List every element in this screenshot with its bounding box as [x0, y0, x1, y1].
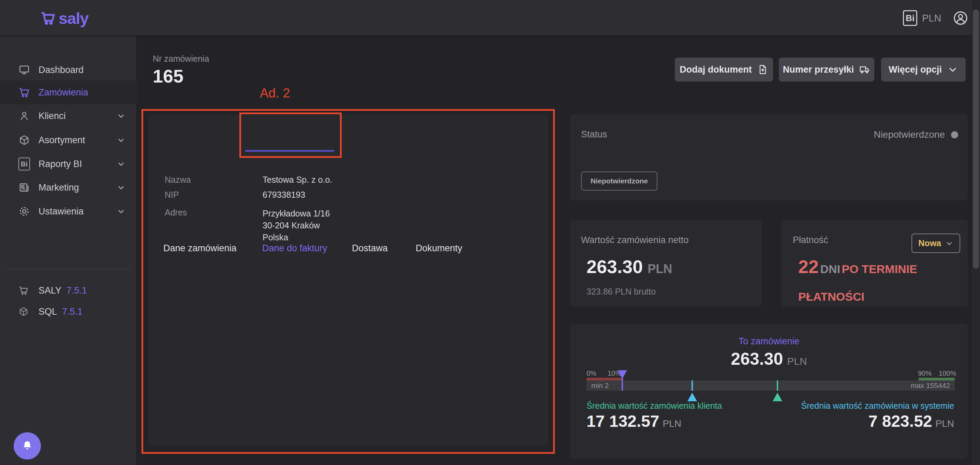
document-upload-icon — [757, 64, 768, 75]
high-zone-segment — [919, 378, 955, 381]
sidebar-item-zamowienia[interactable]: Zamówienia — [0, 81, 137, 104]
payment-overdue-text: 22 DNI PO TERMINIE PŁATNOŚCI — [798, 254, 959, 312]
client-average-marker-icon — [773, 393, 782, 401]
gauge-max-label: max 155442 — [910, 381, 950, 390]
sidebar-label: Marketing — [38, 183, 79, 193]
cart-icon — [40, 10, 56, 26]
invoice-name-label: Nazwa — [165, 175, 191, 185]
sidebar-item-asortyment[interactable]: Asortyment — [0, 128, 137, 152]
notifications-button[interactable] — [14, 432, 41, 460]
scale-100pct: 100% — [939, 370, 956, 378]
this-order-marker-line — [622, 378, 623, 391]
gear-icon — [18, 206, 30, 217]
monitor-icon — [18, 64, 30, 76]
cube-icon — [18, 134, 30, 146]
sidebar-divider — [6, 269, 131, 269]
chevron-down-icon — [117, 207, 126, 216]
sidebar-label: Raporty BI — [38, 159, 82, 170]
comparison-title: To zamówienie — [570, 336, 968, 347]
add-document-label: Dodaj dokument — [679, 64, 752, 75]
gross-amount: 323.86 PLN brutto — [587, 287, 656, 297]
sidebar-label: Klienci — [38, 111, 66, 121]
add-document-button[interactable]: Dodaj dokument — [675, 58, 773, 81]
sidebar-item-klienci[interactable]: Klienci — [0, 104, 137, 128]
truck-icon — [859, 64, 870, 75]
chevron-down-icon — [117, 183, 126, 192]
invoice-nip-label: NIP — [165, 190, 179, 200]
system-average-marker-line — [692, 381, 693, 391]
version-name: SQL 7.5.1 — [38, 306, 83, 317]
chevron-down-icon — [945, 239, 953, 248]
sidebar-label: Ustawienia — [38, 206, 84, 217]
sidebar-item-dashboard[interactable]: Dashboard — [0, 58, 137, 82]
invoice-address-value: Przykładowa 1/16 30-204 Kraków Polska — [262, 208, 330, 243]
comparison-amount-row: 263.30PLN — [570, 349, 968, 369]
tab-dane-zamowienia[interactable]: Dane zamówienia — [163, 243, 237, 254]
net-value-card: Wartość zamówienia netto 263.30 PLN 323.… — [570, 220, 762, 307]
scale-90pct: 90% — [918, 370, 932, 378]
system-average-label: Średnia wartość zamówienia w systemie — [801, 401, 954, 411]
user-circle-icon — [953, 10, 969, 26]
user-menu-button[interactable] — [953, 0, 969, 36]
gauge-track: min 2 max 155442 — [587, 381, 955, 391]
version-row-sql: SQL 7.5.1 — [0, 302, 137, 322]
client-average-label: Średnia wartość zamówienia klienta — [587, 401, 722, 411]
sidebar: Dashboard Zamówienia Klienci Asortyment — [0, 36, 137, 465]
chevron-down-icon — [117, 111, 126, 121]
scrollbar-track[interactable] — [972, 0, 980, 465]
sidebar-item-marketing[interactable]: Marketing — [0, 176, 137, 200]
bi-icon: Bi — [18, 158, 30, 170]
status-title: Status — [581, 129, 607, 140]
shipment-number-button[interactable]: Numer przesyłki — [779, 58, 874, 81]
status-chip-button[interactable]: Niepotwierdzone — [581, 171, 657, 190]
tab-dokumenty[interactable]: Dokumenty — [416, 243, 462, 254]
overdue-days: 22 — [798, 256, 819, 277]
status-card: Status Niepotwierdzone Niepotwierdzone — [570, 114, 968, 200]
order-number-value: 165 — [153, 65, 183, 87]
cart-icon — [18, 87, 30, 98]
annotation-label: Ad. 2 — [260, 86, 290, 101]
payment-state-value: Nowa — [918, 238, 941, 248]
system-average-value: 7 823.52PLN — [869, 412, 954, 430]
shipment-number-label: Numer przesyłki — [783, 64, 854, 75]
logo-text: saly — [59, 9, 88, 28]
app-logo[interactable]: saly — [40, 0, 88, 36]
payment-title: Płatność — [793, 235, 828, 246]
active-tab-underline — [245, 150, 334, 152]
cube-icon — [18, 306, 29, 317]
invoice-name-value: Testowa Sp. z o.o. — [262, 175, 332, 185]
invoice-address-label: Adres — [165, 208, 187, 217]
client-average-marker-line — [777, 381, 778, 391]
scrollbar-thumb[interactable] — [973, 10, 979, 269]
bell-icon — [21, 440, 33, 452]
cart-icon — [18, 285, 29, 295]
invoice-nip-value: 679338193 — [262, 190, 305, 200]
status-current: Niepotwierdzone — [873, 129, 958, 140]
order-number-label: Nr zamówienia — [153, 54, 209, 64]
sidebar-item-ustawienia[interactable]: Ustawienia — [0, 200, 137, 223]
comparison-amount: 263.30 — [731, 349, 783, 368]
chevron-down-icon — [947, 64, 958, 75]
topbar: saly Bi PLN — [0, 0, 980, 36]
person-icon — [18, 110, 30, 122]
sidebar-label: Dashboard — [38, 65, 84, 75]
sidebar-item-raporty-bi[interactable]: Bi Raporty BI — [0, 152, 137, 176]
version-number: 7.5.1 — [62, 306, 83, 317]
scale-0pct: 0% — [587, 370, 597, 378]
version-row-saly: SALY 7.5.1 — [0, 280, 137, 301]
net-value-title: Wartość zamówienia netto — [581, 235, 689, 246]
client-average-value: 17 132.57PLN — [587, 412, 681, 430]
tab-dostawa[interactable]: Dostawa — [352, 243, 388, 254]
more-options-button[interactable]: Więcej opcji — [881, 58, 966, 81]
net-currency: PLN — [648, 262, 672, 276]
tab-dane-do-faktury[interactable]: Dane do faktury — [262, 243, 327, 254]
bi-icon: Bi — [903, 10, 917, 26]
net-amount: 263.30 — [587, 256, 643, 277]
overdue-unit: DNI — [821, 262, 840, 275]
currency-selector[interactable]: Bi PLN — [903, 0, 941, 36]
net-amount-row: 263.30 PLN — [587, 256, 672, 277]
status-dot-icon — [951, 131, 958, 138]
version-name: SALY 7.5.1 — [38, 285, 87, 296]
gauge-min-label: min 2 — [591, 381, 609, 390]
payment-state-select[interactable]: Nowa — [912, 233, 960, 253]
